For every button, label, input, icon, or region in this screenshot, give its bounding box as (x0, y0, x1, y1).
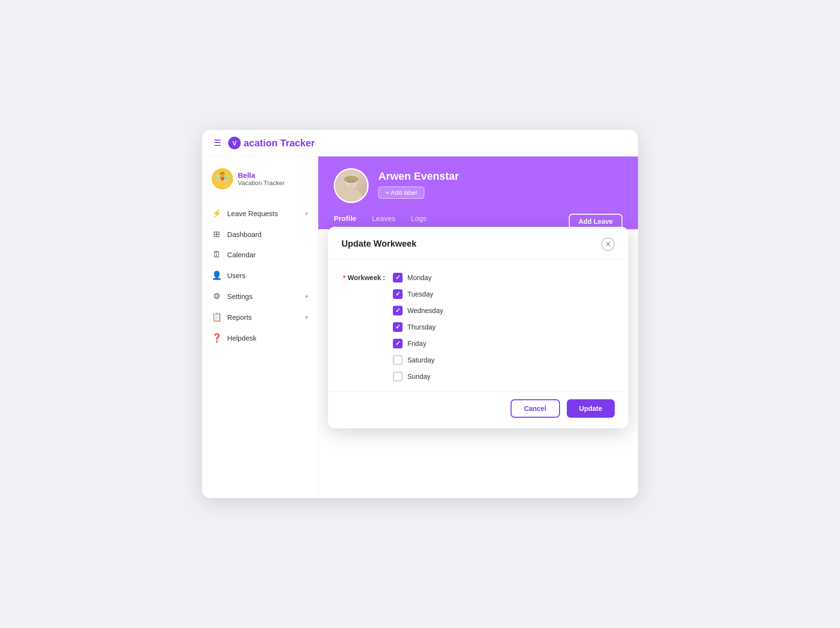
settings-icon: ⚙ (212, 291, 221, 301)
modal-overlay: Update Workweek ✕ * Workweek : Monday (318, 157, 638, 498)
topbar: ☰ V acation Tracker (202, 130, 638, 157)
content-area: Arwen Evenstar + Add label Profile Leave… (318, 157, 638, 498)
monday-label: Monday (407, 274, 432, 282)
update-workweek-modal: Update Workweek ✕ * Workweek : Monday (328, 227, 628, 428)
sidebar-item-label: Settings (227, 293, 299, 300)
saturday-checkbox[interactable] (393, 355, 403, 365)
workweek-label: * Workweek : (342, 273, 385, 282)
thursday-checkbox[interactable] (393, 322, 403, 332)
thursday-label: Thursday (407, 323, 436, 331)
modal-footer: Cancel Update (328, 391, 628, 428)
friday-checkbox[interactable] (393, 339, 403, 348)
sidebar: 🧚 Bella Vacation Tracker ⚡ Leave Request… (202, 157, 318, 498)
sidebar-item-helpdesk[interactable]: ❓ Helpdesk (202, 328, 318, 348)
friday-label: Friday (407, 340, 426, 347)
checkbox-thursday[interactable]: Thursday (393, 322, 443, 332)
checkboxes-list: Monday Tuesday Wednesday (393, 273, 443, 381)
sidebar-item-dashboard[interactable]: ⊞ Dashboard (202, 224, 318, 245)
sidebar-item-label: Reports (227, 314, 299, 321)
checkbox-friday[interactable]: Friday (393, 339, 443, 348)
app-logo: V acation Tracker (228, 137, 315, 149)
sidebar-item-label: Calendar (227, 251, 308, 259)
update-button[interactable]: Update (567, 399, 615, 418)
app-name: acation Tracker (244, 138, 315, 149)
avatar: 🧚 (212, 168, 233, 189)
modal-title: Update Workweek (342, 239, 417, 249)
chevron-down-icon: ▾ (305, 314, 308, 321)
chevron-down-icon: ▾ (305, 210, 308, 217)
calendar-icon: 🗓 (212, 250, 221, 260)
sunday-checkbox[interactable] (393, 372, 403, 381)
sidebar-item-reports[interactable]: 📋 Reports ▾ (202, 307, 318, 328)
app-window: ☰ V acation Tracker 🧚 Bella Vacation Tra… (202, 130, 638, 498)
main-layout: 🧚 Bella Vacation Tracker ⚡ Leave Request… (202, 157, 638, 498)
user-info: Bella Vacation Tracker (238, 171, 285, 187)
required-star: * (343, 274, 347, 282)
tuesday-checkbox[interactable] (393, 289, 403, 299)
sidebar-item-label: Helpdesk (227, 334, 308, 342)
sidebar-user: 🧚 Bella Vacation Tracker (202, 168, 318, 203)
close-button[interactable]: ✕ (601, 237, 615, 251)
sidebar-item-users[interactable]: 👤 Users (202, 265, 318, 286)
sidebar-item-calendar[interactable]: 🗓 Calendar (202, 245, 318, 265)
checkbox-saturday[interactable]: Saturday (393, 355, 443, 365)
sidebar-item-label: Dashboard (227, 231, 308, 238)
leave-requests-icon: ⚡ (212, 208, 221, 219)
helpdesk-icon: ❓ (212, 333, 221, 343)
checkbox-wednesday[interactable]: Wednesday (393, 306, 443, 315)
checkbox-sunday[interactable]: Sunday (393, 372, 443, 381)
user-app: Vacation Tracker (238, 179, 285, 187)
saturday-label: Saturday (407, 356, 435, 364)
tuesday-label: Tuesday (407, 290, 433, 298)
wednesday-checkbox[interactable] (393, 306, 403, 315)
checkbox-tuesday[interactable]: Tuesday (393, 289, 443, 299)
sidebar-item-label: Leave Requests (227, 210, 299, 218)
users-icon: 👤 (212, 270, 221, 281)
sidebar-item-settings[interactable]: ⚙ Settings ▾ (202, 286, 318, 307)
workweek-row: * Workweek : Monday Tuesday (342, 273, 615, 381)
wednesday-label: Wednesday (407, 307, 443, 314)
sidebar-nav: ⚡ Leave Requests ▾ ⊞ Dashboard 🗓 Calenda… (202, 203, 318, 348)
modal-header: Update Workweek ✕ (328, 227, 628, 259)
chevron-down-icon: ▾ (305, 293, 308, 300)
monday-checkbox[interactable] (393, 273, 403, 283)
logo-icon: V (228, 137, 241, 149)
reports-icon: 📋 (212, 312, 221, 322)
modal-body: * Workweek : Monday Tuesday (328, 259, 628, 391)
sunday-label: Sunday (407, 373, 430, 380)
checkbox-monday[interactable]: Monday (393, 273, 443, 283)
sidebar-item-label: Users (227, 272, 308, 280)
cancel-button[interactable]: Cancel (511, 399, 560, 418)
dashboard-icon: ⊞ (212, 229, 221, 239)
menu-toggle-icon[interactable]: ☰ (214, 138, 221, 148)
sidebar-item-leave-requests[interactable]: ⚡ Leave Requests ▾ (202, 203, 318, 224)
user-name: Bella (238, 171, 285, 179)
